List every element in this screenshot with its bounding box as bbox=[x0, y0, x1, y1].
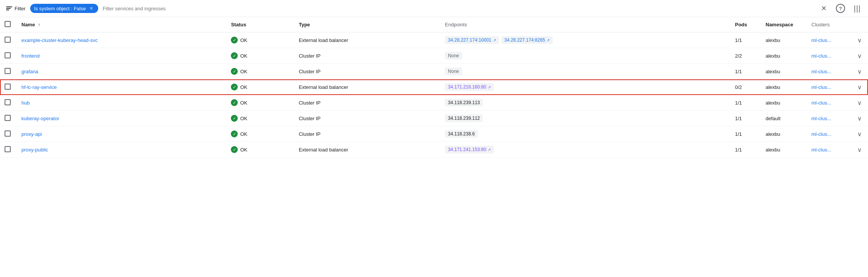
row-name: example-cluster-kuberay-head-svc bbox=[15, 32, 225, 48]
table-row: frontend✓OKCluster IPNone2/2alexbuml-clu… bbox=[0, 48, 868, 64]
row-expand-cell: ∨ bbox=[851, 95, 868, 111]
cluster-link[interactable]: ml-clus... bbox=[811, 116, 831, 121]
toolbar: Filter Is system object : False ✕ ✕ ? ||… bbox=[0, 0, 868, 17]
service-name-link[interactable]: proxy-api bbox=[21, 131, 42, 137]
row-namespace: alexbu bbox=[759, 126, 805, 142]
row-pods: 1/1 bbox=[729, 142, 759, 158]
cluster-link[interactable]: ml-clus... bbox=[811, 53, 831, 59]
select-all-checkbox[interactable] bbox=[5, 21, 11, 27]
row-clusters: ml-clus... bbox=[805, 142, 851, 158]
cluster-link[interactable]: ml-clus... bbox=[811, 100, 831, 106]
row-pods: 0/2 bbox=[729, 79, 759, 95]
row-checkbox-cell bbox=[0, 95, 15, 111]
row-name: grafana bbox=[15, 64, 225, 79]
row-clusters: ml-clus... bbox=[805, 126, 851, 142]
expand-chevron-icon[interactable]: ∨ bbox=[857, 146, 862, 153]
cluster-link[interactable]: ml-clus... bbox=[811, 84, 831, 90]
row-pods: 1/1 bbox=[729, 111, 759, 126]
row-checkbox[interactable] bbox=[5, 52, 11, 58]
close-button[interactable]: ✕ bbox=[819, 4, 828, 13]
endpoint-link[interactable]: 34.28.227.174:8265 ↗ bbox=[501, 36, 553, 44]
row-checkbox[interactable] bbox=[5, 115, 11, 121]
header-pods[interactable]: Pods bbox=[729, 17, 759, 32]
sort-arrow-icon: ↑ bbox=[38, 22, 40, 27]
cluster-link[interactable]: ml-clus... bbox=[811, 147, 831, 153]
service-name-link[interactable]: grafana bbox=[21, 69, 38, 74]
row-checkbox[interactable] bbox=[5, 146, 11, 152]
filter-tag-close[interactable]: ✕ bbox=[88, 5, 94, 11]
header-name[interactable]: Name ↑ bbox=[15, 17, 225, 32]
endpoint-plain: 34.118.239.112 bbox=[445, 114, 483, 122]
service-name-link[interactable]: example-cluster-kuberay-head-svc bbox=[21, 37, 97, 43]
row-type: External load balancer bbox=[293, 32, 439, 48]
row-namespace: alexbu bbox=[759, 48, 805, 64]
row-status: ✓OK bbox=[225, 142, 292, 158]
row-name: hub bbox=[15, 95, 225, 111]
row-checkbox-cell bbox=[0, 126, 15, 142]
row-checkbox-cell bbox=[0, 64, 15, 79]
status-text: OK bbox=[240, 37, 247, 43]
service-name-link[interactable]: frontend bbox=[21, 53, 40, 59]
ok-status-icon: ✓ bbox=[231, 146, 238, 153]
search-input[interactable] bbox=[103, 6, 814, 11]
row-checkbox[interactable] bbox=[5, 84, 11, 90]
service-name-link[interactable]: kuberay-operator bbox=[21, 116, 59, 121]
row-status: ✓OK bbox=[225, 79, 292, 95]
row-checkbox[interactable] bbox=[5, 130, 11, 137]
row-type: Cluster IP bbox=[293, 126, 439, 142]
cluster-link[interactable]: ml-clus... bbox=[811, 131, 831, 137]
filter-button[interactable]: Filter bbox=[6, 6, 26, 11]
expand-chevron-icon[interactable]: ∨ bbox=[857, 84, 862, 91]
header-namespace[interactable]: Namespace bbox=[759, 17, 805, 32]
cluster-link[interactable]: ml-clus... bbox=[811, 37, 831, 43]
expand-chevron-icon[interactable]: ∨ bbox=[857, 37, 862, 44]
endpoint-none: None bbox=[445, 52, 462, 60]
status-text: OK bbox=[240, 69, 247, 74]
row-name: proxy-public bbox=[15, 142, 225, 158]
header-checkbox-cell bbox=[0, 17, 15, 32]
expand-chevron-icon[interactable]: ∨ bbox=[857, 115, 862, 122]
status-text: OK bbox=[240, 84, 247, 90]
endpoint-link[interactable]: 34.171.216.160:80 ↗ bbox=[445, 83, 494, 91]
row-checkbox[interactable] bbox=[5, 37, 11, 43]
filter-icon bbox=[6, 6, 12, 10]
row-expand-cell: ∨ bbox=[851, 111, 868, 126]
cluster-link[interactable]: ml-clus... bbox=[811, 69, 831, 74]
expand-chevron-icon[interactable]: ∨ bbox=[857, 68, 862, 75]
header-type[interactable]: Type bbox=[293, 17, 439, 32]
expand-chevron-icon[interactable]: ∨ bbox=[857, 52, 862, 60]
header-status[interactable]: Status bbox=[225, 17, 292, 32]
expand-chevron-icon[interactable]: ∨ bbox=[857, 99, 862, 106]
row-expand-cell: ∨ bbox=[851, 126, 868, 142]
row-checkbox-cell bbox=[0, 32, 15, 48]
row-clusters: ml-clus... bbox=[805, 79, 851, 95]
expand-chevron-icon[interactable]: ∨ bbox=[857, 130, 862, 138]
row-endpoints: 34.118.239.113 bbox=[439, 95, 729, 111]
help-button[interactable]: ? bbox=[836, 4, 845, 13]
table-row: example-cluster-kuberay-head-svc✓OKExter… bbox=[0, 32, 868, 48]
status-text: OK bbox=[240, 100, 247, 106]
service-name-link[interactable]: hub bbox=[21, 100, 30, 106]
service-name-link[interactable]: hf-lc-ray-service bbox=[21, 84, 57, 90]
table-row: grafana✓OKCluster IPNone1/1alexbuml-clus… bbox=[0, 64, 868, 79]
header-clusters: Clusters bbox=[805, 17, 851, 32]
endpoint-plain: 34.118.238.6 bbox=[445, 130, 478, 138]
service-name-link[interactable]: proxy-public bbox=[21, 147, 48, 153]
endpoint-link[interactable]: 34.171.241.153:80 ↗ bbox=[445, 146, 494, 153]
row-type: External load balancer bbox=[293, 79, 439, 95]
status-text: OK bbox=[240, 131, 247, 137]
filter-tag[interactable]: Is system object : False ✕ bbox=[30, 4, 98, 13]
endpoint-link[interactable]: 34.28.227.174:10001 ↗ bbox=[445, 36, 499, 44]
row-checkbox[interactable] bbox=[5, 68, 11, 74]
row-namespace: default bbox=[759, 111, 805, 126]
row-expand-cell: ∨ bbox=[851, 142, 868, 158]
row-endpoints: 34.171.216.160:80 ↗ bbox=[439, 79, 729, 95]
row-namespace: alexbu bbox=[759, 95, 805, 111]
row-endpoints: None bbox=[439, 48, 729, 64]
row-endpoints: None bbox=[439, 64, 729, 79]
row-status: ✓OK bbox=[225, 95, 292, 111]
row-type: Cluster IP bbox=[293, 95, 439, 111]
row-type: Cluster IP bbox=[293, 48, 439, 64]
columns-button[interactable]: ||| bbox=[853, 4, 862, 13]
row-checkbox[interactable] bbox=[5, 99, 11, 105]
